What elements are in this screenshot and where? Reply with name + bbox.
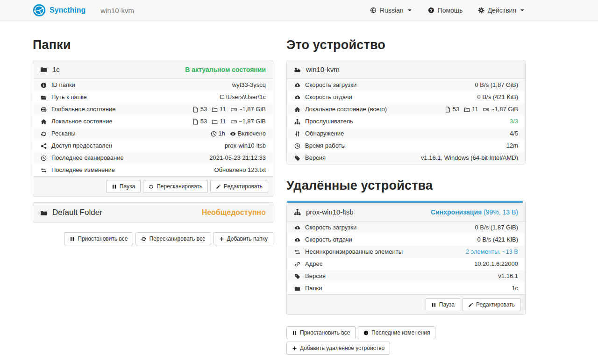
menu-label: Помощь (438, 7, 463, 14)
value-segment: 11 (464, 106, 478, 113)
pause-button[interactable]: Пауза (106, 180, 141, 193)
row-label: Скорость загрузки (305, 224, 356, 231)
panel-device-prox-win10-ltsb: prox-win10-ltsbСинхронизация (99%, 13 B)… (286, 200, 526, 315)
row-value: C:\Users\User\1c (220, 93, 266, 101)
pause-all-folders-button[interactable]: Приостановить все (64, 232, 133, 245)
value-segment: 11 (212, 118, 226, 125)
gear-icon (478, 7, 484, 14)
value-segment: Обновлено 123.txt (214, 166, 266, 174)
row-value: 2021-05-23 21:12:33 (209, 154, 266, 162)
value-text: 53 (200, 106, 207, 113)
this-device-section-title: Это устройство (286, 38, 526, 52)
folder-icon (294, 285, 301, 292)
row-label: Версия (305, 272, 326, 280)
value-text: prox-win10-ltsb (225, 142, 266, 150)
file-icon (192, 107, 199, 113)
main-content: Папки 1cВ актуальном состоянииID папкиwy… (33, 31, 526, 355)
hdd-icon (483, 107, 489, 113)
cloud-down-icon (294, 82, 301, 88)
row-label: Несинхронизированные элементы (305, 248, 403, 256)
share-icon (40, 143, 47, 149)
rescan-button[interactable]: Пересканировать (143, 180, 208, 193)
edit-button[interactable]: Редактировать (210, 180, 268, 193)
detail-row: Несинхронизированные элементы2 элементы,… (287, 246, 525, 258)
syncthing-brand[interactable]: Syncthing (33, 4, 85, 17)
value-text: 1h (219, 130, 225, 137)
row-label-wrap: Ресканы (40, 130, 76, 137)
navbar-menu-help[interactable]: ?Помощь (428, 7, 463, 14)
row-label-wrap: Версия (294, 272, 326, 280)
panel-heading-folder-1c[interactable]: 1cВ актуальном состоянии (33, 60, 273, 79)
row-value: 5311~1,87 GiB (192, 118, 266, 125)
value-text: Включено (238, 130, 266, 137)
panel-heading-device-win10-kvm[interactable]: win10-kvm (287, 60, 525, 79)
out-of-sync-link[interactable]: 2 элементы, ~13 B (466, 248, 518, 256)
value-text: 11 (220, 118, 226, 125)
button-label: Пересканировать все (149, 236, 205, 242)
add-remote-device-button[interactable]: Добавить удалённое устройство (286, 342, 390, 355)
value-segment: ~1,87 GiB (483, 106, 518, 113)
row-value: 3/3 (510, 118, 518, 125)
value-text: ~1,87 GiB (491, 106, 518, 113)
rescan-all-button[interactable]: Пересканировать все (135, 232, 211, 245)
value-text: ~1,87 GiB (239, 118, 266, 125)
value-segment: 3/3 (510, 118, 518, 125)
info-icon (40, 82, 47, 88)
cloud-up-icon (294, 237, 301, 243)
add-folder-button[interactable]: Добавить папку (214, 232, 273, 245)
clock-icon (294, 143, 301, 149)
value-segment: 53 (192, 106, 207, 113)
pause-all-devices-button[interactable]: Приостановить все (286, 326, 356, 339)
clock-icon (211, 131, 217, 137)
status-text: В актуальном состоянии (185, 66, 266, 73)
panel-footer: ПаузаПересканироватьРедактировать (33, 176, 273, 196)
pause-device-button[interactable]: Пауза (426, 298, 460, 311)
remote-devices-actions-row: Приостановить всеПоследние измененияДоба… (286, 326, 526, 355)
edit-device-button[interactable]: Редактировать (463, 298, 520, 311)
file-icon (192, 119, 199, 125)
row-label: Обнаружение (305, 130, 344, 137)
hdd-icon (231, 119, 237, 125)
row-label-wrap: Скорость загрузки (294, 224, 356, 231)
globe-icon (370, 7, 377, 14)
value-text: 1c (512, 285, 518, 292)
syncthing-logo-icon (33, 4, 46, 17)
plus-icon (219, 236, 224, 242)
row-label: ID папки (51, 81, 75, 89)
panel-heading-device-prox-win10-ltsb[interactable]: prox-win10-ltsbСинхронизация (99%, 13 B) (287, 203, 525, 221)
navbar-menu-language[interactable]: Russian (370, 7, 413, 14)
panel-folder-1c: 1cВ актуальном состоянииID папкиwyt33-3y… (33, 60, 273, 197)
row-value: wyt33-3yscq (232, 81, 266, 89)
row-label: Локальное состояние (всего) (305, 106, 387, 113)
status-text: Синхронизация (431, 208, 482, 216)
row-value: 1c (512, 285, 518, 292)
value-text: 53 (453, 106, 459, 113)
value-segment: 0 B/s (421 KiB) (477, 93, 518, 101)
value-segment: v1.16.1, Windows (64-bit Intel/AMD) (421, 154, 518, 162)
value-segment: wyt33-3yscq (232, 81, 266, 89)
value-text: 4/5 (510, 130, 518, 137)
panel-title: prox-win10-ltsb (306, 208, 354, 216)
row-label-wrap: Папки (294, 285, 322, 292)
folders-column: Папки 1cВ актуальном состоянииID папкиwy… (33, 31, 273, 355)
navbar-menu-actions[interactable]: Действия (478, 7, 526, 14)
row-label: Путь к папке (51, 93, 87, 101)
folder-o-icon (212, 107, 218, 113)
value-text: 0 B/s (421 KiB) (477, 236, 518, 243)
row-label: Скорость загрузки (305, 81, 356, 89)
recent-changes-button[interactable]: Последние изменения (358, 326, 435, 339)
detail-row: Скорость отдачи0 B/s (421 KiB) (287, 91, 525, 103)
row-label: Скорость отдачи (305, 93, 352, 101)
value-segment: 0 B/s (421 KiB) (477, 236, 518, 243)
plus-icon (292, 346, 297, 351)
detail-row: Версияv1.16.1 (287, 270, 525, 282)
detail-row: Глобальное состояние5311~1,87 GiB (33, 103, 273, 115)
value-text: 0 B/s (1,87 GiB) (475, 81, 518, 89)
pause-icon (70, 236, 75, 242)
status-badge: Необщедоступно (202, 208, 266, 217)
pause-icon (292, 330, 297, 335)
panel-heading-folder-default[interactable]: Default FolderНеобщедоступно (33, 203, 273, 222)
button-label: Приостановить все (78, 236, 128, 242)
remote-devices-section-title: Удалённые устройства (286, 178, 526, 193)
row-label: Глобальное состояние (51, 106, 115, 113)
